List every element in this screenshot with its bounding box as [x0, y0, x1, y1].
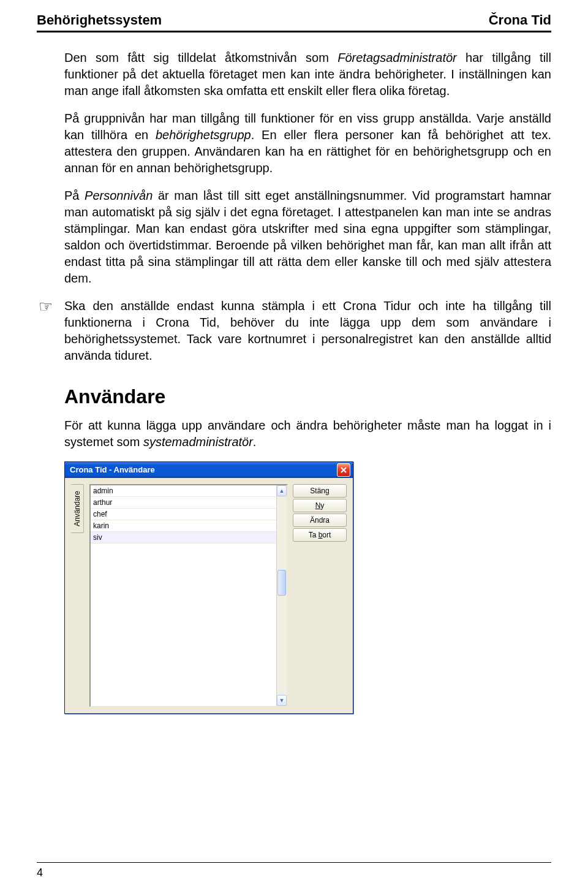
close-icon[interactable] — [337, 463, 350, 477]
note-text: Ska den anställde endast kunna stämpla i… — [64, 298, 551, 364]
text: ort — [322, 531, 331, 539]
text: Ta — [309, 531, 318, 539]
text: Den som fått sig tilldelat åtkomstnivån … — [64, 51, 337, 64]
text: . — [253, 435, 257, 449]
x-icon — [341, 467, 347, 473]
list-item[interactable]: karin — [91, 520, 287, 532]
text: är man låst till sitt eget anställningsn… — [64, 189, 551, 285]
list-item[interactable]: arthur — [91, 497, 287, 509]
list-item[interactable]: chef — [91, 509, 287, 520]
header-left: Behörighetssystem — [37, 11, 162, 29]
section-heading: Användare — [64, 384, 551, 410]
scroll-track[interactable] — [277, 496, 287, 695]
delete-button[interactable]: Ta bort — [293, 528, 347, 542]
scroll-up-icon[interactable]: ▲ — [277, 485, 287, 496]
section-intro: För att kunna lägga upp användare och än… — [64, 417, 551, 450]
text: För att kunna lägga upp användare och än… — [64, 419, 551, 449]
pointing-hand-icon: ☞ — [37, 298, 54, 315]
paragraph-3: På Personnivån är man låst till sitt ege… — [64, 188, 551, 287]
users-dialog: Crona Tid - Användare Användare admin ar… — [64, 461, 353, 714]
list-item[interactable]: admin — [91, 485, 287, 497]
dialog-titlebar[interactable]: Crona Tid - Användare — [65, 462, 353, 478]
page-footer: 4 — [37, 862, 551, 880]
new-button[interactable]: Ny — [293, 499, 347, 512]
scrollbar[interactable]: ▲ ▼ — [276, 485, 287, 706]
text-italic: systemadministratör — [143, 435, 253, 449]
tab-column: Användare — [71, 484, 85, 707]
dialog-body: Användare admin arthur chef karin siv ▲ … — [65, 478, 353, 713]
paragraph-2: På gruppnivån har man tillgång till funk… — [64, 110, 551, 176]
list-item[interactable]: siv — [91, 532, 287, 544]
text-italic: Företagsadministratör — [337, 51, 457, 64]
text: På — [64, 189, 85, 202]
scroll-down-icon[interactable]: ▼ — [277, 695, 287, 706]
text-italic: behörighetsgrupp — [156, 128, 251, 142]
edit-button[interactable]: Ändra — [293, 514, 347, 527]
text: y — [320, 501, 324, 510]
paragraph-1: Den som fått sig tilldelat åtkomstnivån … — [64, 50, 551, 99]
dialog-title: Crona Tid - Användare — [70, 464, 155, 476]
page-header: Behörighetssystem Črona Tid — [37, 11, 551, 32]
page-number: 4 — [37, 866, 43, 879]
text-italic: Personnivån — [85, 189, 153, 202]
header-right: Črona Tid — [489, 11, 551, 29]
users-listbox[interactable]: admin arthur chef karin siv ▲ ▼ — [89, 484, 288, 707]
dialog-button-column: Stäng Ny Ändra Ta bort — [293, 484, 347, 707]
close-button[interactable]: Stäng — [293, 484, 347, 498]
tab-users[interactable]: Användare — [71, 484, 84, 533]
scroll-thumb[interactable] — [277, 570, 286, 596]
note-block: ☞ Ska den anställde endast kunna stämpla… — [37, 298, 551, 364]
